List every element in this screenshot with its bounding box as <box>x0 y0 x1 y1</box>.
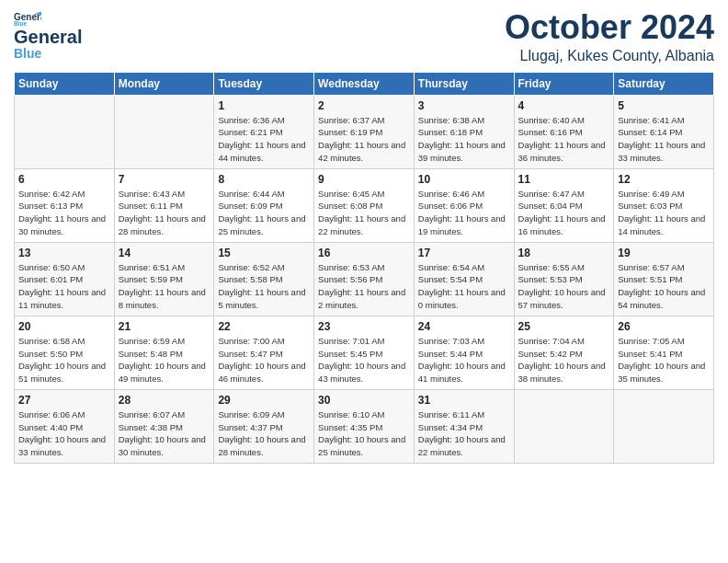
day-number: 9 <box>318 173 410 186</box>
day-number: 20 <box>18 320 110 333</box>
calendar-cell: 12Sunrise: 6:49 AMSunset: 6:03 PMDayligh… <box>614 168 714 242</box>
day-number: 13 <box>18 247 110 259</box>
day-number: 30 <box>318 394 410 407</box>
day-header-monday: Monday <box>114 72 214 95</box>
day-info: Sunrise: 6:43 AMSunset: 6:11 PMDaylight:… <box>119 188 210 238</box>
calendar-cell <box>514 389 614 463</box>
calendar-cell: 21Sunrise: 6:59 AMSunset: 5:48 PMDayligh… <box>114 316 214 389</box>
day-info: Sunrise: 6:40 AMSunset: 6:16 PMDaylight:… <box>518 114 610 165</box>
calendar-cell: 22Sunrise: 7:00 AMSunset: 5:47 PMDayligh… <box>214 316 314 389</box>
calendar-cell: 19Sunrise: 6:57 AMSunset: 5:51 PMDayligh… <box>614 242 714 316</box>
day-info: Sunrise: 6:52 AMSunset: 5:58 PMDaylight:… <box>218 261 310 312</box>
day-info: Sunrise: 6:11 AMSunset: 4:34 PMDaylight:… <box>418 408 510 459</box>
day-info: Sunrise: 6:09 AMSunset: 4:37 PMDaylight:… <box>218 408 310 459</box>
day-info: Sunrise: 7:03 AMSunset: 5:44 PMDaylight:… <box>418 335 510 385</box>
day-info: Sunrise: 6:51 AMSunset: 5:59 PMDaylight:… <box>119 261 210 312</box>
day-number: 29 <box>218 394 310 407</box>
calendar-cell: 11Sunrise: 6:47 AMSunset: 6:04 PMDayligh… <box>514 168 614 242</box>
calendar-cell: 5Sunrise: 6:41 AMSunset: 6:14 PMDaylight… <box>614 95 714 168</box>
calendar-cell: 1Sunrise: 6:36 AMSunset: 6:21 PMDaylight… <box>214 95 314 168</box>
day-info: Sunrise: 6:37 AMSunset: 6:19 PMDaylight:… <box>318 114 410 165</box>
calendar-cell: 31Sunrise: 6:11 AMSunset: 4:34 PMDayligh… <box>414 389 514 463</box>
day-number: 6 <box>18 173 110 186</box>
day-number: 2 <box>318 99 410 112</box>
day-info: Sunrise: 6:41 AMSunset: 6:14 PMDaylight:… <box>618 114 710 165</box>
day-number: 25 <box>518 320 610 333</box>
calendar-week-3: 13Sunrise: 6:50 AMSunset: 6:01 PMDayligh… <box>15 242 714 316</box>
calendar-cell: 10Sunrise: 6:46 AMSunset: 6:06 PMDayligh… <box>414 168 514 242</box>
calendar-cell: 14Sunrise: 6:51 AMSunset: 5:59 PMDayligh… <box>114 242 214 316</box>
title-block: October 2024 Llugaj, Kukes County, Alban… <box>505 9 714 64</box>
day-info: Sunrise: 6:45 AMSunset: 6:08 PMDaylight:… <box>318 188 410 238</box>
calendar-cell: 24Sunrise: 7:03 AMSunset: 5:44 PMDayligh… <box>414 316 514 389</box>
calendar-cell: 13Sunrise: 6:50 AMSunset: 6:01 PMDayligh… <box>15 242 115 316</box>
day-header-thursday: Thursday <box>414 72 514 95</box>
day-info: Sunrise: 6:59 AMSunset: 5:48 PMDaylight:… <box>119 335 210 385</box>
calendar-cell: 3Sunrise: 6:38 AMSunset: 6:18 PMDaylight… <box>414 95 514 168</box>
calendar-cell <box>614 389 714 463</box>
calendar-week-4: 20Sunrise: 6:58 AMSunset: 5:50 PMDayligh… <box>15 316 714 389</box>
day-info: Sunrise: 6:55 AMSunset: 5:53 PMDaylight:… <box>518 261 610 312</box>
day-info: Sunrise: 6:06 AMSunset: 4:40 PMDaylight:… <box>18 408 110 459</box>
calendar-cell: 2Sunrise: 6:37 AMSunset: 6:19 PMDaylight… <box>314 95 415 168</box>
calendar-week-1: 1Sunrise: 6:36 AMSunset: 6:21 PMDaylight… <box>15 95 714 168</box>
day-number: 11 <box>518 173 610 186</box>
day-info: Sunrise: 6:10 AMSunset: 4:35 PMDaylight:… <box>318 408 410 459</box>
day-info: Sunrise: 6:42 AMSunset: 6:13 PMDaylight:… <box>18 188 110 238</box>
day-info: Sunrise: 7:01 AMSunset: 5:45 PMDaylight:… <box>318 335 410 385</box>
day-number: 18 <box>518 247 610 259</box>
day-number: 27 <box>18 394 110 407</box>
day-number: 22 <box>218 320 310 333</box>
day-info: Sunrise: 6:54 AMSunset: 5:54 PMDaylight:… <box>418 261 510 312</box>
day-header-sunday: Sunday <box>15 72 115 95</box>
calendar-cell <box>114 95 214 168</box>
day-number: 31 <box>418 394 510 407</box>
logo: General Blue General Blue <box>14 9 82 61</box>
day-info: Sunrise: 6:58 AMSunset: 5:50 PMDaylight:… <box>18 335 110 385</box>
day-info: Sunrise: 6:57 AMSunset: 5:51 PMDaylight:… <box>618 261 710 312</box>
day-number: 28 <box>119 394 210 407</box>
day-number: 19 <box>618 247 710 259</box>
calendar-week-2: 6Sunrise: 6:42 AMSunset: 6:13 PMDaylight… <box>15 168 714 242</box>
calendar-cell: 9Sunrise: 6:45 AMSunset: 6:08 PMDaylight… <box>314 168 415 242</box>
header: General Blue General Blue October 2024 L… <box>14 9 714 64</box>
day-number: 4 <box>518 99 610 112</box>
day-number: 26 <box>618 320 710 333</box>
day-info: Sunrise: 6:47 AMSunset: 6:04 PMDaylight:… <box>518 188 610 238</box>
calendar-cell <box>15 95 115 168</box>
day-number: 15 <box>218 247 310 259</box>
day-header-tuesday: Tuesday <box>214 72 314 95</box>
day-header-wednesday: Wednesday <box>314 72 415 95</box>
day-info: Sunrise: 6:53 AMSunset: 5:56 PMDaylight:… <box>318 261 410 312</box>
calendar-cell: 25Sunrise: 7:04 AMSunset: 5:42 PMDayligh… <box>514 316 614 389</box>
day-number: 23 <box>318 320 410 333</box>
day-number: 21 <box>119 320 210 333</box>
day-number: 17 <box>418 247 510 259</box>
day-header-saturday: Saturday <box>614 72 714 95</box>
calendar-cell: 30Sunrise: 6:10 AMSunset: 4:35 PMDayligh… <box>314 389 415 463</box>
day-number: 1 <box>218 99 310 112</box>
day-info: Sunrise: 7:04 AMSunset: 5:42 PMDaylight:… <box>518 335 610 385</box>
day-info: Sunrise: 6:07 AMSunset: 4:38 PMDaylight:… <box>119 408 210 459</box>
day-number: 8 <box>218 173 310 186</box>
day-number: 10 <box>418 173 510 186</box>
logo-general: General <box>14 28 82 46</box>
svg-text:Blue: Blue <box>14 20 27 27</box>
day-info: Sunrise: 6:38 AMSunset: 6:18 PMDaylight:… <box>418 114 510 165</box>
header-row: SundayMondayTuesdayWednesdayThursdayFrid… <box>15 72 714 95</box>
day-number: 14 <box>119 247 210 259</box>
day-number: 16 <box>318 247 410 259</box>
day-info: Sunrise: 6:49 AMSunset: 6:03 PMDaylight:… <box>618 188 710 238</box>
day-info: Sunrise: 6:36 AMSunset: 6:21 PMDaylight:… <box>218 114 310 165</box>
calendar-cell: 18Sunrise: 6:55 AMSunset: 5:53 PMDayligh… <box>514 242 614 316</box>
calendar-cell: 27Sunrise: 6:06 AMSunset: 4:40 PMDayligh… <box>15 389 115 463</box>
day-info: Sunrise: 6:46 AMSunset: 6:06 PMDaylight:… <box>418 188 510 238</box>
calendar-cell: 26Sunrise: 7:05 AMSunset: 5:41 PMDayligh… <box>614 316 714 389</box>
day-header-friday: Friday <box>514 72 614 95</box>
day-info: Sunrise: 6:50 AMSunset: 6:01 PMDaylight:… <box>18 261 110 312</box>
location-title: Llugaj, Kukes County, Albania <box>505 48 714 64</box>
calendar-cell: 15Sunrise: 6:52 AMSunset: 5:58 PMDayligh… <box>214 242 314 316</box>
calendar-cell: 17Sunrise: 6:54 AMSunset: 5:54 PMDayligh… <box>414 242 514 316</box>
page: General Blue General Blue October 2024 L… <box>0 0 728 563</box>
calendar-cell: 7Sunrise: 6:43 AMSunset: 6:11 PMDaylight… <box>114 168 214 242</box>
